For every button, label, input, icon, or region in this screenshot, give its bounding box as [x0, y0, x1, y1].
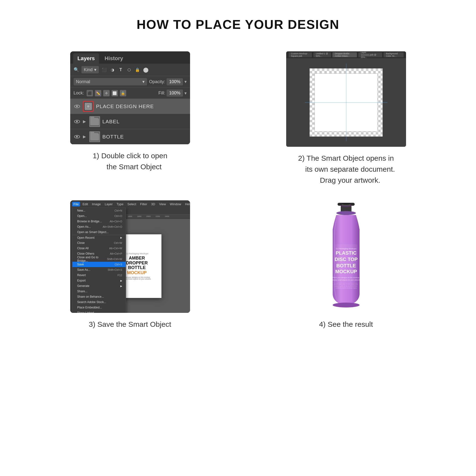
menu-open-smart[interactable]: Open as Smart Object...: [72, 229, 126, 235]
menu-save-as[interactable]: Save As...Shift+Ctrl+S: [72, 267, 126, 272]
menu-place-embedded[interactable]: Place Embedded...: [72, 305, 126, 310]
menu-share[interactable]: Share...: [72, 289, 126, 294]
menu-type[interactable]: Type: [115, 202, 125, 206]
menu-open[interactable]: Open...Ctrl+O: [72, 213, 126, 219]
lock-position-icon[interactable]: ✛: [103, 90, 110, 96]
layer2-expand-arrow[interactable]: ▶: [83, 119, 86, 124]
layer-filter-shape-icon[interactable]: ⬡: [126, 67, 132, 73]
layer-place-design[interactable]: PLACE DESIGN HERE: [70, 99, 190, 114]
doc-tab-4[interactable]: Layer 1111111.psb @ 25%...: [358, 52, 382, 57]
caption-4: 4) See the result: [319, 319, 373, 330]
smart-object-icon: [85, 103, 92, 110]
lock-all-icon[interactable]: 🔒: [120, 90, 126, 96]
menu-view[interactable]: View: [157, 202, 167, 206]
doc-tab-1[interactable]: Custom-Mockup-Square.psb: [289, 52, 312, 57]
caption-2: 2) The Smart Object opens in its own sep…: [297, 153, 395, 186]
caption-3: 3) Save the Smart Object: [89, 319, 171, 330]
lock-icons: ⬛ ✏️ ✛ ⬜ 🔒: [86, 90, 126, 96]
amber-mockup-text: MOCKUP: [127, 270, 147, 275]
opacity-control: Opacity: 100% ▾: [149, 78, 187, 85]
document-titlebar: Custom-Mockup-Square.psb Untitled-1 @ 50…: [286, 51, 406, 58]
doc-tab-2[interactable]: Untitled-1 @ 50%...: [313, 52, 331, 57]
menu-layer[interactable]: Layer: [103, 202, 114, 206]
menu-share-behance[interactable]: Share on Behance...: [72, 294, 126, 299]
svg-rect-1: [87, 105, 89, 108]
checkerboard-canvas: [309, 68, 383, 137]
cell-2: Custom-Mockup-Square.psb Untitled-1 @ 50…: [245, 51, 447, 186]
svg-text:BOTTLE: BOTTLE: [336, 263, 356, 268]
svg-point-4: [336, 211, 356, 215]
layer-label[interactable]: ▶ LABEL: [70, 114, 190, 129]
menu-help[interactable]: Help: [184, 202, 190, 206]
svg-point-16: [333, 303, 359, 307]
menu-window[interactable]: Window: [168, 202, 183, 206]
cell-3: File Edit Image Layer Type Select Filter…: [29, 200, 231, 335]
panel-tabs: Layers History: [70, 51, 190, 64]
menu-open-as[interactable]: Open As...Alt+Shift+Ctrl+O: [72, 224, 126, 229]
menu-search-stock[interactable]: Search Adobe Stock...: [72, 299, 126, 305]
svg-point-19: [342, 203, 351, 205]
menu-place-linked[interactable]: Place Linked...: [72, 310, 126, 313]
layer3-name: BOTTLE: [102, 134, 124, 140]
layer2-thumbnail: [89, 116, 100, 127]
blend-chevron-icon: ▾: [142, 79, 145, 85]
doc-tab-5[interactable]: Background Color. 8c...: [384, 52, 404, 57]
layer1-visibility-eye[interactable]: [74, 103, 81, 110]
fill-arrow-icon: ▾: [185, 90, 187, 96]
layer2-visibility-eye[interactable]: [74, 118, 81, 125]
doc-tab-3[interactable]: Dropper-Bottle-Amber-Glass...: [332, 52, 357, 57]
menu-close[interactable]: CloseCtrl+W: [72, 240, 126, 246]
menu-browse-bridge[interactable]: Browse in Bridge...Alt+Ctrl+O: [72, 219, 126, 224]
svg-text:incididunt ut labore et dolore: incididunt ut labore et dolore magna: [335, 287, 357, 289]
layers-panel: Layers History 🔍 Kind ▾ ⬛ ◑ T ⬡ 🔒 ⬤: [70, 51, 190, 144]
kind-dropdown[interactable]: Kind ▾: [82, 66, 99, 73]
menu-save[interactable]: SaveCtrl+S: [72, 262, 126, 267]
crosshair-vertical: [346, 64, 346, 141]
layer-filter-smart-icon[interactable]: 🔒: [135, 67, 140, 73]
menu-export[interactable]: Export▶: [72, 278, 126, 283]
menu-select[interactable]: Select: [126, 202, 138, 206]
menu-3d[interactable]: 3D: [150, 202, 157, 206]
eye-icon: [74, 105, 80, 108]
lock-image-icon[interactable]: ✏️: [95, 90, 101, 96]
opacity-arrow-icon: ▾: [185, 79, 187, 85]
cell-4: OJ Packaging Mockups PLASTIC DISC TOP BO…: [245, 200, 447, 335]
fill-value[interactable]: 100%: [167, 89, 183, 97]
layer-filter-adjust-icon[interactable]: ◑: [110, 67, 116, 73]
layer-bottle[interactable]: ▶ BOTTLE: [70, 129, 190, 144]
menu-edit[interactable]: Edit: [81, 202, 89, 206]
layer3-visibility-eye[interactable]: [74, 133, 81, 140]
layer3-expand-arrow[interactable]: ▶: [83, 134, 86, 139]
menu-new[interactable]: New...Ctrl+N: [72, 208, 126, 213]
cell-1: Layers History 🔍 Kind ▾ ⬛ ◑ T ⬡ 🔒 ⬤: [29, 51, 231, 186]
svg-text:Simply smart objects for your : Simply smart objects for your artwork.: [332, 279, 360, 281]
folder-icon-3: [90, 133, 99, 140]
svg-text:OJ Packaging Mockups: OJ Packaging Mockups: [336, 248, 356, 250]
tab-layers[interactable]: Layers: [73, 53, 99, 64]
menu-close-go-bridge[interactable]: Close and Go to Bridge...Shift+Ctrl+W: [72, 256, 126, 262]
file-menu-panel: File Edit Image Layer Type Select Filter…: [70, 200, 190, 313]
menu-close-all[interactable]: Close AllAlt+Ctrl+W: [72, 246, 126, 251]
opacity-value[interactable]: 100%: [167, 78, 183, 85]
eye-icon-2: [74, 120, 80, 123]
menu-open-recent[interactable]: Open Recent▶: [72, 235, 126, 240]
layer-filter-toggle-icon[interactable]: ⬤: [143, 67, 149, 73]
document-canvas: [286, 58, 406, 147]
menu-revert[interactable]: RevertF12: [72, 272, 126, 278]
eye-icon-3: [74, 135, 80, 138]
menu-generate[interactable]: Generate▶: [72, 283, 126, 289]
menu-image[interactable]: Image: [90, 202, 102, 206]
tab-history[interactable]: History: [100, 53, 127, 64]
photoshop-menubar: File Edit Image Layer Type Select Filter…: [70, 200, 190, 208]
layer-filter-pixel-icon[interactable]: ⬛: [101, 67, 107, 73]
amber-title-text: AMBER DROPPER BOTTLE: [126, 256, 148, 270]
lock-artboard-icon[interactable]: ⬜: [112, 90, 118, 96]
svg-text:DISC TOP: DISC TOP: [334, 256, 357, 262]
layer-filter-type-icon[interactable]: T: [118, 67, 124, 73]
folder-icon-2: [90, 118, 99, 125]
menu-filter[interactable]: Filter: [139, 202, 149, 206]
blend-mode-dropdown[interactable]: Normal ▾: [74, 78, 147, 85]
lock-transparent-icon[interactable]: ⬛: [86, 90, 93, 96]
page-title: HOW TO PLACE YOUR DESIGN: [0, 0, 476, 32]
menu-file[interactable]: File: [72, 202, 80, 206]
